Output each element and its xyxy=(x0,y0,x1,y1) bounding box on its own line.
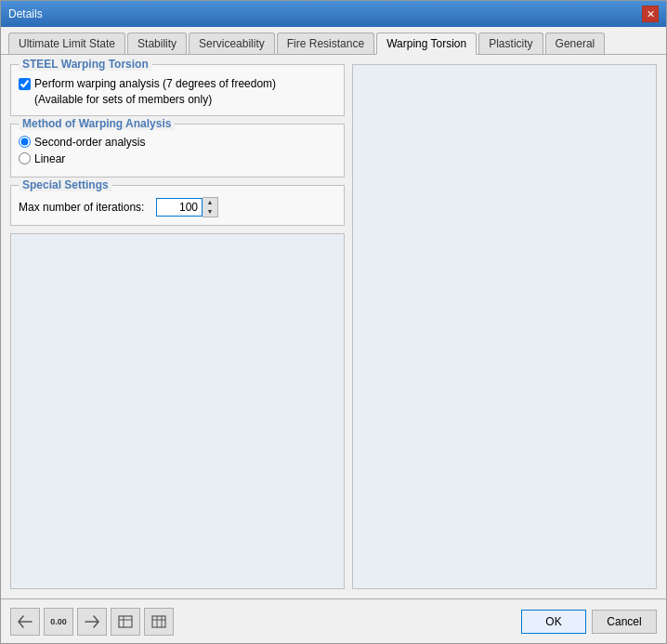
iterations-spinner: ▲ ▼ xyxy=(156,197,218,217)
toolbar-btn-1[interactable] xyxy=(10,608,40,636)
cancel-button[interactable]: Cancel xyxy=(592,610,657,634)
perform-warping-text: Perform warping analysis (7 degrees of f… xyxy=(34,76,276,108)
tab-fire[interactable]: Fire Resistance xyxy=(277,33,374,54)
linear-radio[interactable] xyxy=(19,152,31,164)
dialog-action-buttons: OK Cancel xyxy=(521,610,657,634)
iterations-input[interactable] xyxy=(156,198,203,217)
special-settings-content: Max number of iterations: ▲ ▼ xyxy=(19,197,336,217)
toolbar-buttons: 0.00 xyxy=(10,608,174,636)
tabs-bar: Ultimate Limit State Stability Serviceab… xyxy=(1,27,666,55)
toolbar-btn-2[interactable]: 0.00 xyxy=(44,608,73,636)
second-order-row: Second-order analysis xyxy=(19,136,336,149)
info-icon xyxy=(151,615,166,628)
iterations-row: Max number of iterations: ▲ ▼ xyxy=(19,197,336,217)
dialog: Details ✕ Ultimate Limit State Stability… xyxy=(0,0,667,644)
bottom-bar: 0.00 xyxy=(1,598,666,643)
tab-ultimate[interactable]: Ultimate Limit State xyxy=(8,33,125,54)
toolbar-btn-5[interactable] xyxy=(144,608,174,636)
second-order-label: Second-order analysis xyxy=(34,136,145,149)
spinner-down[interactable]: ▼ xyxy=(203,207,217,217)
spinner-controls: ▲ ▼ xyxy=(203,197,218,217)
toolbar-btn-4[interactable] xyxy=(111,608,140,636)
tab-plasticity[interactable]: Plasticity xyxy=(478,33,543,54)
values-icon: 0.00 xyxy=(50,617,67,626)
method-label: Method of Warping Analysis xyxy=(19,117,175,130)
tab-warping[interactable]: Warping Torsion xyxy=(376,33,477,55)
iterations-label: Max number of iterations: xyxy=(19,201,149,214)
second-order-radio[interactable] xyxy=(19,136,31,148)
special-settings-section: Special Settings Max number of iteration… xyxy=(10,185,345,226)
steel-warping-label: STEEL Warping Torsion xyxy=(19,58,152,71)
perform-warping-checkbox[interactable] xyxy=(19,78,31,90)
dialog-title: Details xyxy=(8,7,43,20)
ok-button[interactable]: OK xyxy=(521,610,586,634)
steel-warping-section: STEEL Warping Torsion Perform warping an… xyxy=(10,64,345,116)
method-section: Method of Warping Analysis Second-order … xyxy=(10,124,345,177)
main-content: STEEL Warping Torsion Perform warping an… xyxy=(10,64,657,589)
toolbar-btn-3[interactable] xyxy=(77,608,107,636)
content-area: STEEL Warping Torsion Perform warping an… xyxy=(1,55,666,598)
close-button[interactable]: ✕ xyxy=(642,6,659,22)
table-icon xyxy=(118,615,133,628)
method-content: Second-order analysis Linear xyxy=(19,136,336,165)
svg-rect-3 xyxy=(152,616,165,627)
back-icon xyxy=(18,615,33,628)
steel-warping-content: Perform warping analysis (7 degrees of f… xyxy=(19,76,336,108)
empty-lower-left xyxy=(10,233,345,589)
special-settings-label: Special Settings xyxy=(19,178,112,191)
right-panel xyxy=(352,64,657,589)
tab-general[interactable]: General xyxy=(545,33,606,54)
title-bar: Details ✕ xyxy=(1,1,666,27)
perform-warping-row: Perform warping analysis (7 degrees of f… xyxy=(19,76,336,108)
linear-row: Linear xyxy=(19,152,336,165)
svg-rect-0 xyxy=(119,616,132,627)
tab-serviceability[interactable]: Serviceability xyxy=(189,33,275,54)
left-column: STEEL Warping Torsion Perform warping an… xyxy=(10,64,345,589)
tab-stability[interactable]: Stability xyxy=(127,33,187,54)
redo-icon xyxy=(85,615,99,628)
spinner-up[interactable]: ▲ xyxy=(203,198,217,207)
linear-label: Linear xyxy=(34,152,65,165)
